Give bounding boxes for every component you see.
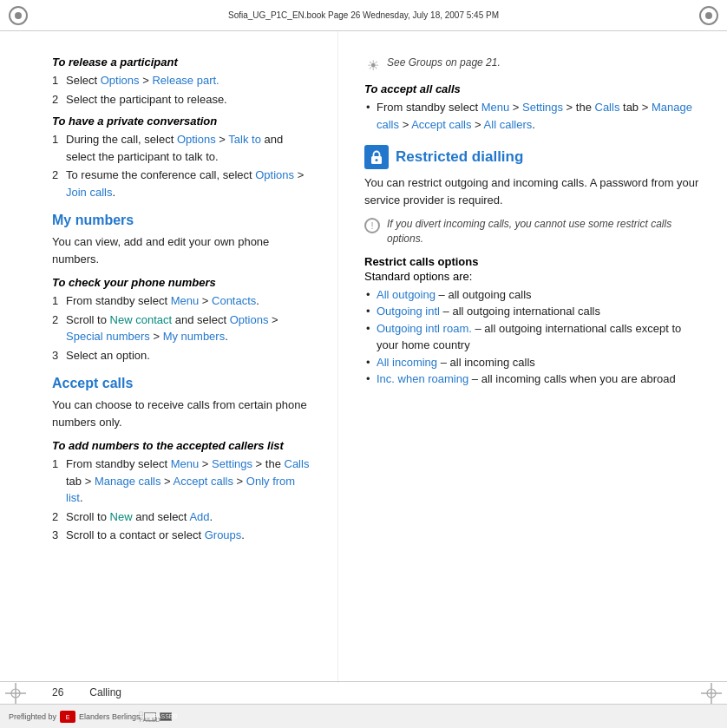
top-bar-left [9,6,28,25]
restricted-dialling-body: You can restrict outgoing and incoming c… [364,174,701,208]
list-item: 1 During the call, select Options > Talk… [52,131,311,165]
accept-calls-link: Accept calls [174,475,233,488]
special-numbers-link: Special numbers [66,330,150,343]
menu-link: Menu [171,457,200,470]
release-link: Release part. [152,74,219,87]
note-box: ! If you divert incoming calls, you cann… [364,217,701,246]
options-link: Options [101,74,140,87]
restrict-options-sub: Standard options are: [364,270,701,283]
list-item: 3 Select an option. [52,347,311,364]
list-item: Outgoing intl – all outgoing internation… [364,303,701,320]
accept-all-title: To accept all calls [364,82,701,95]
manage-calls-link: Manage calls [95,475,161,488]
list-item: 1 Select Options > Release part. [52,72,311,89]
release-participant-title: To release a participant [52,56,311,69]
top-bar-dot [15,12,22,19]
all-incoming-link: All incoming [377,356,437,369]
check-numbers-title: To check your phone numbers [52,276,311,289]
restrict-options-title: Restrict calls options [364,255,701,268]
right-column: ☀ See Groups on page 21. To accept all c… [338,31,727,683]
accept-all-list: From standby select Menu > Settings > th… [364,99,701,133]
outgoing-intl-roam-link: Outgoing intl roam. [377,322,472,335]
list-item: All incoming – all incoming calls [364,354,701,371]
new-link: New [110,510,133,523]
page-section: Calling [89,686,121,698]
elanders-logo-icon: E [60,711,75,723]
content-area: To release a participant 1 Select Option… [0,31,727,683]
accept-all-section: To accept all calls From standby select … [364,82,701,133]
page-footer: 26 Calling [0,681,727,702]
list-num: 1 [52,72,58,89]
check-numbers-list: 1 From standby select Menu > Contacts. 2… [52,292,311,364]
private-conversation-section: To have a private conversation 1 During … [52,115,311,200]
menu-link: Menu [481,101,510,114]
list-num: 1 [52,292,58,310]
list-num: 3 [52,527,58,544]
restricted-dialling-header: Restricted dialling [364,145,701,169]
settings-link: Settings [212,457,252,470]
list-item: 3 Scroll to a contact or select Groups. [52,527,311,544]
top-bar-title: Sofia_UG_P1C_EN.book Page 26 Wednesday, … [228,10,499,20]
my-numbers-body: You can view, add and edit your own phon… [52,233,311,267]
new-contact-link: New contact [110,313,173,326]
list-num: 2 [52,508,58,526]
list-num: 1 [52,456,58,473]
list-num: 1 [52,131,58,148]
preflight-label: Preflighted by [9,712,56,721]
svg-point-13 [376,159,378,161]
list-item: From standby select Menu > Settings > th… [364,99,701,133]
list-num: 2 [52,167,58,184]
sun-icon: ☀ [364,56,382,74]
private-conversation-list: 1 During the call, select Options > Talk… [52,131,311,200]
calls-tab-link: Calls [285,457,310,470]
list-item: 2 To resume the conference call, select … [52,167,311,200]
list-item: 1 From standby select Menu > Contacts. [52,292,311,310]
restrict-options-list: All outgoing – all outgoing calls Outgoi… [364,286,701,388]
talk-to-link: Talk to [228,133,261,146]
list-item: 2 Scroll to New and select Add. [52,508,311,526]
options-link: Options [177,133,216,146]
preflight-logo: Preflighted by E Elanders Berlings □ FAI… [9,711,172,723]
list-item: 2 Scroll to New contact and select Optio… [52,312,311,345]
page-number: 26 [52,686,63,698]
outgoing-intl-link: Outgoing intl [377,305,440,318]
list-item: Inc. when roaming – all incoming calls w… [364,371,701,388]
accept-calls-body: You can choose to receive calls from cer… [52,397,311,430]
list-item: 1 From standby select Menu > Settings > … [52,456,311,507]
my-numbers-title: My numbers [52,213,311,228]
bottom-bar-left: Preflighted by E Elanders Berlings □ FAI… [9,711,172,723]
list-item: 2 Select the participant to release. [52,91,311,108]
list-num: 3 [52,347,58,364]
lock-icon [369,149,384,165]
list-num: 2 [52,91,58,108]
passed-box: PASSED [160,712,172,721]
inc-when-roaming-link: Inc. when roaming [377,372,468,385]
list-item: Outgoing intl roam. – all outgoing inter… [364,320,701,354]
list-item: All outgoing – all outgoing calls [364,286,701,304]
private-conversation-title: To have a private conversation [52,115,311,128]
add-link: Add [189,510,209,523]
restricted-dialling-title: Restricted dialling [396,148,523,166]
calls-tab-link: Calls [595,101,620,114]
add-numbers-list: 1 From standby select Menu > Settings > … [52,456,311,544]
settings-link: Settings [522,101,563,114]
groups-link: Groups [205,528,242,541]
top-bar-dot-right [705,12,712,19]
my-numbers-link: My numbers [163,330,226,343]
menu-link: Menu [171,294,200,307]
list-num: 2 [52,312,58,329]
all-callers-link: All callers [484,118,533,131]
options-link: Options [255,168,294,181]
accept-calls-title: Accept calls [52,376,311,391]
top-bar-circle-right [699,6,718,25]
left-column: To release a participant 1 Select Option… [0,31,338,683]
contacts-link: Contacts [212,294,256,307]
top-bar-circle [9,6,28,25]
svg-text:E: E [66,714,70,720]
release-participant-list: 1 Select Options > Release part. 2 Selec… [52,72,311,108]
sun-tip-box: ☀ See Groups on page 21. [364,56,701,74]
top-bar: Sofia_UG_P1C_EN.book Page 26 Wednesday, … [0,0,727,31]
add-numbers-title: To add numbers to the accepted callers l… [52,439,311,452]
join-calls-link: Join calls [66,186,112,199]
passed-label: PASSED [154,713,178,719]
